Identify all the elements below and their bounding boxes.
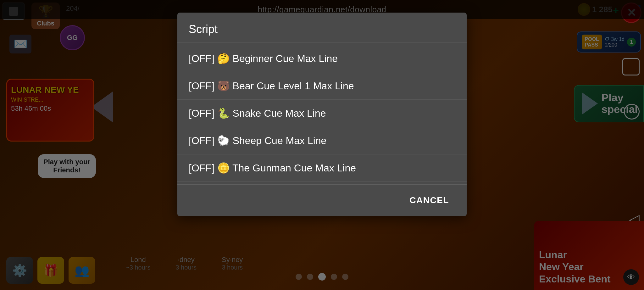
modal-title: Script [177,13,467,42]
script-item-sheep[interactable]: [OFF] 🐑 Sheep Cue Max Line [177,127,467,154]
script-item-snake[interactable]: [OFF] 🐍 Snake Cue Max Line [177,100,467,127]
script-list: [OFF] 🤔 Beginner Cue Max Line [OFF] 🐻 Be… [177,42,467,184]
script-item-bear-label: [OFF] 🐻 Bear Cue Level 1 Max Line [189,80,354,92]
script-item-gunman-label: [OFF] 🪙 The Gunman Cue Max Line [189,162,356,174]
script-item-gunman[interactable]: [OFF] 🪙 The Gunman Cue Max Line [177,154,467,182]
script-item-sheep-label: [OFF] 🐑 Sheep Cue Max Line [189,135,326,147]
cancel-button[interactable]: CANCEL [403,192,455,209]
script-dialog: Script [OFF] 🤔 Beginner Cue Max Line [OF… [177,13,467,216]
modal-footer: CANCEL [177,184,467,216]
modal-overlay: Script [OFF] 🤔 Beginner Cue Max Line [OF… [0,0,644,290]
script-item-beginner-label: [OFF] 🤔 Beginner Cue Max Line [189,53,338,64]
script-item-beginner[interactable]: [OFF] 🤔 Beginner Cue Max Line [177,45,467,72]
script-item-snake-label: [OFF] 🐍 Snake Cue Max Line [189,107,326,119]
script-item-bear[interactable]: [OFF] 🐻 Bear Cue Level 1 Max Line [177,72,467,100]
